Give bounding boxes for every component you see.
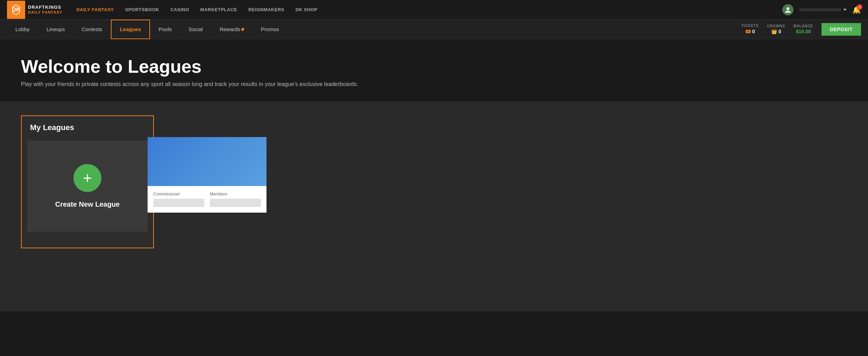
rewards-dot — [241, 28, 244, 31]
balance-label: BALANCE — [794, 24, 813, 28]
my-leagues-header: My Leagues — [22, 116, 153, 138]
sub-nav-promos[interactable]: Promos — [252, 20, 287, 39]
sub-nav-lobby[interactable]: Lobby — [7, 20, 38, 39]
commissioner-value — [153, 199, 204, 207]
brand-name-top: DRAFTKINGS — [28, 5, 62, 10]
ticket-icon: 🎟 — [745, 28, 751, 35]
sub-nav-pools[interactable]: Pools — [150, 20, 180, 39]
hero-title: Welcome to Leagues — [21, 56, 847, 77]
league-preview-row: Commissioner Members — [153, 192, 261, 207]
top-bar: DK DRAFTKINGS DAILY FANTASY DAILY FANTAS… — [0, 0, 868, 20]
sub-nav-items: Lobby Lineups Contests Leagues Pools Soc… — [7, 20, 741, 39]
tickets-block: TICKETS 🎟 0 — [741, 24, 759, 35]
notification-badge: 2 — [857, 4, 862, 10]
members-value — [210, 199, 261, 207]
hero-subtitle: Play with your friends in private contes… — [21, 81, 441, 87]
sub-nav-leagues[interactable]: Leagues — [111, 20, 150, 39]
create-league-label: Create New League — [55, 200, 120, 208]
top-nav-sportsbook[interactable]: SPORTSBOOK — [125, 7, 159, 12]
logo-area[interactable]: DK DRAFTKINGS DAILY FANTASY — [7, 1, 62, 19]
tickets-label: TICKETS — [741, 24, 759, 28]
sub-nav-contests[interactable]: Contests — [73, 20, 111, 39]
crown-icon: 👑 — [771, 29, 777, 34]
balance-value: $10.00 — [796, 29, 811, 34]
members-col: Members — [210, 192, 261, 207]
commissioner-label: Commissioner — [153, 192, 204, 197]
crowns-label: CROWNS — [767, 24, 785, 28]
top-nav-marketplace[interactable]: MARKETPLACE — [200, 7, 237, 12]
tickets-value: 🎟 0 — [745, 28, 755, 35]
content-area: My Leagues + Create New League Commissio… — [0, 101, 868, 311]
notification-bell[interactable]: 🔔 2 — [852, 6, 861, 14]
sub-nav-right: TICKETS 🎟 0 CROWNS 👑 0 BALANCE $10.00 DE… — [741, 23, 861, 36]
my-leagues-panel: My Leagues + Create New League Commissio… — [21, 115, 154, 248]
sub-nav-lineups[interactable]: Lineups — [38, 20, 73, 39]
plus-circle: + — [73, 164, 101, 192]
draftkings-logo-icon: DK — [7, 1, 25, 19]
league-preview-card[interactable]: Commissioner Members — [148, 137, 266, 213]
top-bar-right: 🔔 2 — [782, 4, 861, 15]
sub-navigation: Lobby Lineups Contests Leagues Pools Soc… — [0, 20, 868, 39]
chevron-down-icon — [843, 9, 847, 11]
sub-nav-social[interactable]: Social — [180, 20, 211, 39]
crowns-value: 👑 0 — [771, 29, 781, 34]
balance-block: BALANCE $10.00 — [794, 24, 813, 34]
top-nav-reignmakers[interactable]: REIGNMAKERS — [248, 7, 284, 12]
hero-section: Welcome to Leagues Play with your friend… — [0, 39, 868, 101]
league-preview-info: Commissioner Members — [148, 186, 266, 213]
sub-nav-rewards[interactable]: Rewards — [211, 20, 252, 39]
deposit-button[interactable]: DEPOSIT — [821, 23, 861, 36]
svg-point-1 — [787, 7, 789, 10]
commissioner-col: Commissioner — [153, 192, 204, 207]
avatar — [782, 4, 794, 15]
top-nav-casino[interactable]: CASINO — [170, 7, 189, 12]
create-league-card[interactable]: + Create New League — [27, 141, 148, 232]
logo-text: DRAFTKINGS DAILY FANTASY — [28, 5, 62, 14]
svg-text:DK: DK — [12, 7, 20, 13]
top-nav-daily-fantasy[interactable]: DAILY FANTASY — [76, 7, 114, 12]
top-navigation: DAILY FANTASY SPORTSBOOK CASINO MARKETPL… — [76, 7, 782, 12]
members-label: Members — [210, 192, 261, 197]
brand-name-bottom: DAILY FANTASY — [28, 10, 62, 14]
top-nav-dk-shop[interactable]: DK SHOP — [296, 7, 318, 12]
username-dropdown[interactable] — [799, 8, 847, 11]
crowns-block: CROWNS 👑 0 — [767, 24, 785, 34]
username-text — [799, 8, 841, 11]
plus-icon: + — [83, 170, 92, 186]
league-preview-banner — [148, 137, 266, 186]
